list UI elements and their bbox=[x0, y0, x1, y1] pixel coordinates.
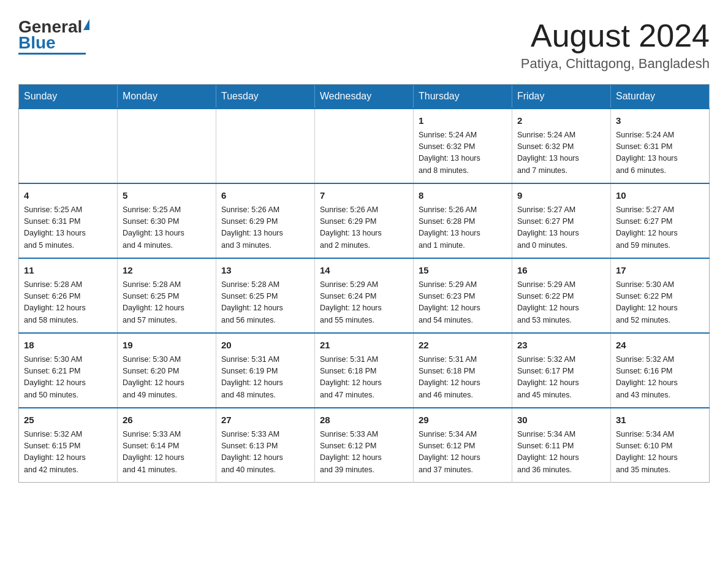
calendar-week-row-1: 1Sunrise: 5:24 AM Sunset: 6:32 PM Daylig… bbox=[19, 109, 710, 183]
day-number: 25 bbox=[24, 413, 112, 427]
day-number: 23 bbox=[517, 339, 605, 353]
calendar-cell: 2Sunrise: 5:24 AM Sunset: 6:32 PM Daylig… bbox=[512, 109, 611, 183]
day-info: Sunrise: 5:34 AM Sunset: 6:10 PM Dayligh… bbox=[616, 429, 704, 477]
day-info: Sunrise: 5:31 AM Sunset: 6:18 PM Dayligh… bbox=[320, 354, 408, 402]
day-info: Sunrise: 5:30 AM Sunset: 6:21 PM Dayligh… bbox=[24, 354, 112, 402]
day-number: 7 bbox=[320, 189, 408, 203]
calendar-cell: 4Sunrise: 5:25 AM Sunset: 6:31 PM Daylig… bbox=[19, 183, 118, 258]
day-number: 16 bbox=[517, 264, 605, 278]
calendar-cell: 1Sunrise: 5:24 AM Sunset: 6:32 PM Daylig… bbox=[414, 109, 512, 183]
day-number: 6 bbox=[221, 189, 309, 203]
day-info: Sunrise: 5:27 AM Sunset: 6:27 PM Dayligh… bbox=[616, 204, 704, 252]
calendar-cell: 16Sunrise: 5:29 AM Sunset: 6:22 PM Dayli… bbox=[512, 258, 611, 333]
day-info: Sunrise: 5:29 AM Sunset: 6:22 PM Dayligh… bbox=[517, 279, 605, 327]
day-number: 1 bbox=[419, 114, 507, 128]
calendar-cell: 25Sunrise: 5:32 AM Sunset: 6:15 PM Dayli… bbox=[19, 408, 118, 483]
calendar-cell: 21Sunrise: 5:31 AM Sunset: 6:18 PM Dayli… bbox=[315, 333, 414, 408]
calendar-cell: 27Sunrise: 5:33 AM Sunset: 6:13 PM Dayli… bbox=[216, 408, 315, 483]
day-number: 27 bbox=[221, 413, 309, 427]
day-info: Sunrise: 5:30 AM Sunset: 6:20 PM Dayligh… bbox=[123, 354, 211, 402]
day-info: Sunrise: 5:32 AM Sunset: 6:15 PM Dayligh… bbox=[24, 429, 112, 477]
calendar-week-row-2: 4Sunrise: 5:25 AM Sunset: 6:31 PM Daylig… bbox=[19, 183, 710, 258]
calendar-cell bbox=[118, 109, 216, 183]
day-info: Sunrise: 5:32 AM Sunset: 6:16 PM Dayligh… bbox=[616, 354, 704, 402]
day-info: Sunrise: 5:24 AM Sunset: 6:32 PM Dayligh… bbox=[517, 129, 605, 177]
calendar-week-row-3: 11Sunrise: 5:28 AM Sunset: 6:26 PM Dayli… bbox=[19, 258, 710, 333]
day-number: 10 bbox=[616, 189, 704, 203]
weekday-header-sunday: Sunday bbox=[19, 85, 118, 109]
calendar-cell: 3Sunrise: 5:24 AM Sunset: 6:31 PM Daylig… bbox=[611, 109, 710, 183]
day-info: Sunrise: 5:33 AM Sunset: 6:12 PM Dayligh… bbox=[320, 429, 408, 477]
calendar-cell: 24Sunrise: 5:32 AM Sunset: 6:16 PM Dayli… bbox=[611, 333, 710, 408]
weekday-header-monday: Monday bbox=[118, 85, 216, 109]
weekday-header-friday: Friday bbox=[512, 85, 611, 109]
calendar-week-row-4: 18Sunrise: 5:30 AM Sunset: 6:21 PM Dayli… bbox=[19, 333, 710, 408]
day-number: 19 bbox=[123, 339, 211, 353]
day-info: Sunrise: 5:26 AM Sunset: 6:28 PM Dayligh… bbox=[419, 204, 507, 252]
calendar-cell: 11Sunrise: 5:28 AM Sunset: 6:26 PM Dayli… bbox=[19, 258, 118, 333]
calendar-cell: 12Sunrise: 5:28 AM Sunset: 6:25 PM Dayli… bbox=[118, 258, 216, 333]
calendar-cell: 30Sunrise: 5:34 AM Sunset: 6:11 PM Dayli… bbox=[512, 408, 611, 483]
day-info: Sunrise: 5:28 AM Sunset: 6:25 PM Dayligh… bbox=[123, 279, 211, 327]
day-number: 15 bbox=[419, 264, 507, 278]
calendar-cell: 8Sunrise: 5:26 AM Sunset: 6:28 PM Daylig… bbox=[414, 183, 512, 258]
day-info: Sunrise: 5:25 AM Sunset: 6:31 PM Dayligh… bbox=[24, 204, 112, 252]
weekday-header-row: SundayMondayTuesdayWednesdayThursdayFrid… bbox=[19, 85, 710, 109]
day-number: 11 bbox=[24, 264, 112, 278]
calendar-cell: 5Sunrise: 5:25 AM Sunset: 6:30 PM Daylig… bbox=[118, 183, 216, 258]
day-info: Sunrise: 5:31 AM Sunset: 6:19 PM Dayligh… bbox=[221, 354, 309, 402]
day-info: Sunrise: 5:27 AM Sunset: 6:27 PM Dayligh… bbox=[517, 204, 605, 252]
calendar-cell: 19Sunrise: 5:30 AM Sunset: 6:20 PM Dayli… bbox=[118, 333, 216, 408]
logo-triangle-icon bbox=[83, 19, 89, 30]
day-info: Sunrise: 5:28 AM Sunset: 6:25 PM Dayligh… bbox=[221, 279, 309, 327]
weekday-header-saturday: Saturday bbox=[611, 85, 710, 109]
weekday-header-wednesday: Wednesday bbox=[315, 85, 414, 109]
day-number: 13 bbox=[221, 264, 309, 278]
logo-blue-text: Blue bbox=[18, 34, 56, 52]
day-info: Sunrise: 5:32 AM Sunset: 6:17 PM Dayligh… bbox=[517, 354, 605, 402]
day-number: 24 bbox=[616, 339, 704, 353]
day-info: Sunrise: 5:25 AM Sunset: 6:30 PM Dayligh… bbox=[123, 204, 211, 252]
calendar-cell: 14Sunrise: 5:29 AM Sunset: 6:24 PM Dayli… bbox=[315, 258, 414, 333]
day-number: 26 bbox=[123, 413, 211, 427]
day-number: 22 bbox=[419, 339, 507, 353]
logo: General Blue bbox=[18, 18, 89, 55]
day-number: 5 bbox=[123, 189, 211, 203]
day-number: 18 bbox=[24, 339, 112, 353]
day-info: Sunrise: 5:31 AM Sunset: 6:18 PM Dayligh… bbox=[419, 354, 507, 402]
calendar-cell: 22Sunrise: 5:31 AM Sunset: 6:18 PM Dayli… bbox=[414, 333, 512, 408]
calendar-cell: 20Sunrise: 5:31 AM Sunset: 6:19 PM Dayli… bbox=[216, 333, 315, 408]
day-info: Sunrise: 5:24 AM Sunset: 6:32 PM Dayligh… bbox=[419, 129, 507, 177]
day-info: Sunrise: 5:34 AM Sunset: 6:12 PM Dayligh… bbox=[419, 429, 507, 477]
calendar-cell: 10Sunrise: 5:27 AM Sunset: 6:27 PM Dayli… bbox=[611, 183, 710, 258]
day-number: 2 bbox=[517, 114, 605, 128]
day-info: Sunrise: 5:29 AM Sunset: 6:24 PM Dayligh… bbox=[320, 279, 408, 327]
day-number: 14 bbox=[320, 264, 408, 278]
day-info: Sunrise: 5:33 AM Sunset: 6:14 PM Dayligh… bbox=[123, 429, 211, 477]
day-info: Sunrise: 5:33 AM Sunset: 6:13 PM Dayligh… bbox=[221, 429, 309, 477]
calendar-cell: 7Sunrise: 5:26 AM Sunset: 6:29 PM Daylig… bbox=[315, 183, 414, 258]
day-number: 29 bbox=[419, 413, 507, 427]
calendar-table: SundayMondayTuesdayWednesdayThursdayFrid… bbox=[18, 84, 710, 483]
calendar-cell: 6Sunrise: 5:26 AM Sunset: 6:29 PM Daylig… bbox=[216, 183, 315, 258]
calendar-cell: 9Sunrise: 5:27 AM Sunset: 6:27 PM Daylig… bbox=[512, 183, 611, 258]
day-info: Sunrise: 5:26 AM Sunset: 6:29 PM Dayligh… bbox=[320, 204, 408, 252]
day-number: 31 bbox=[616, 413, 704, 427]
day-number: 12 bbox=[123, 264, 211, 278]
calendar-cell: 15Sunrise: 5:29 AM Sunset: 6:23 PM Dayli… bbox=[414, 258, 512, 333]
location-title: Patiya, Chittagong, Bangladesh bbox=[521, 56, 710, 72]
calendar-cell: 18Sunrise: 5:30 AM Sunset: 6:21 PM Dayli… bbox=[19, 333, 118, 408]
day-number: 21 bbox=[320, 339, 408, 353]
calendar-cell: 29Sunrise: 5:34 AM Sunset: 6:12 PM Dayli… bbox=[414, 408, 512, 483]
logo-underline bbox=[18, 53, 86, 55]
calendar-week-row-5: 25Sunrise: 5:32 AM Sunset: 6:15 PM Dayli… bbox=[19, 408, 710, 483]
day-number: 3 bbox=[616, 114, 704, 128]
day-info: Sunrise: 5:30 AM Sunset: 6:22 PM Dayligh… bbox=[616, 279, 704, 327]
day-info: Sunrise: 5:34 AM Sunset: 6:11 PM Dayligh… bbox=[517, 429, 605, 477]
day-info: Sunrise: 5:26 AM Sunset: 6:29 PM Dayligh… bbox=[221, 204, 309, 252]
calendar-cell: 26Sunrise: 5:33 AM Sunset: 6:14 PM Dayli… bbox=[118, 408, 216, 483]
calendar-cell: 13Sunrise: 5:28 AM Sunset: 6:25 PM Dayli… bbox=[216, 258, 315, 333]
day-number: 4 bbox=[24, 189, 112, 203]
day-info: Sunrise: 5:28 AM Sunset: 6:26 PM Dayligh… bbox=[24, 279, 112, 327]
day-number: 9 bbox=[517, 189, 605, 203]
